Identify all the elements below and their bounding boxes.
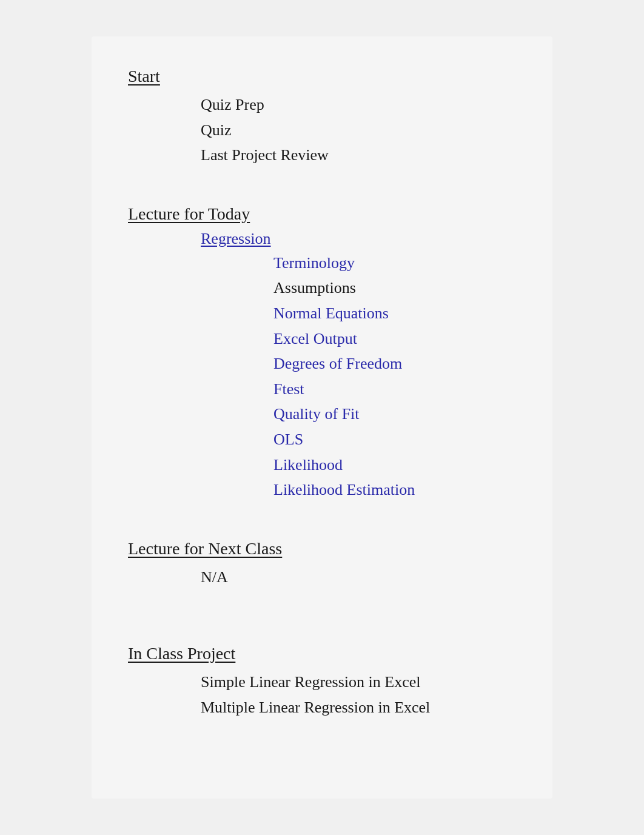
- regression-container: Regression Terminology Assumptions Norma…: [128, 230, 516, 503]
- na-item: N/A: [201, 568, 228, 586]
- last-project-review-item: Last Project Review: [201, 146, 329, 164]
- assumptions-item: Assumptions: [273, 279, 356, 297]
- start-header: Start: [128, 67, 516, 86]
- quiz-item: Quiz: [201, 121, 232, 139]
- in-class-project-header: In Class Project: [128, 644, 516, 663]
- lecture-next-items: N/A: [128, 565, 516, 590]
- simple-linear-regression-item: Simple Linear Regression in Excel: [201, 673, 420, 691]
- regression-label[interactable]: Regression: [201, 230, 516, 248]
- normal-equations-item[interactable]: Normal Equations: [273, 301, 516, 326]
- start-items: Quiz Prep Quiz Last Project Review: [128, 92, 516, 168]
- page-container: Start Quiz Prep Quiz Last Project Review…: [0, 0, 644, 835]
- ols-item[interactable]: OLS: [273, 427, 516, 452]
- excel-output-item[interactable]: Excel Output: [273, 326, 516, 352]
- in-class-project-section: In Class Project Simple Linear Regressio…: [128, 644, 516, 720]
- content-card: Start Quiz Prep Quiz Last Project Review…: [92, 36, 552, 799]
- lecture-today-header: Lecture for Today: [128, 204, 516, 224]
- quiz-prep-item: Quiz Prep: [201, 96, 264, 113]
- likelihood-item[interactable]: Likelihood: [273, 452, 516, 478]
- start-section: Start Quiz Prep Quiz Last Project Review: [128, 67, 516, 168]
- terminology-item[interactable]: Terminology: [273, 250, 516, 276]
- regression-sub-items: Terminology Assumptions Normal Equations…: [201, 250, 516, 503]
- multiple-linear-regression-item: Multiple Linear Regression in Excel: [201, 699, 430, 716]
- lecture-next-section: Lecture for Next Class N/A: [128, 539, 516, 590]
- likelihood-estimation-item[interactable]: Likelihood Estimation: [273, 477, 516, 503]
- lecture-next-header: Lecture for Next Class: [128, 539, 516, 558]
- lecture-today-section: Lecture for Today Regression Terminology…: [128, 204, 516, 503]
- quality-of-fit-item[interactable]: Quality of Fit: [273, 401, 516, 427]
- in-class-project-items: Simple Linear Regression in Excel Multip…: [128, 669, 516, 720]
- degrees-of-freedom-item[interactable]: Degrees of Freedom: [273, 351, 516, 377]
- ftest-item[interactable]: Ftest: [273, 377, 516, 402]
